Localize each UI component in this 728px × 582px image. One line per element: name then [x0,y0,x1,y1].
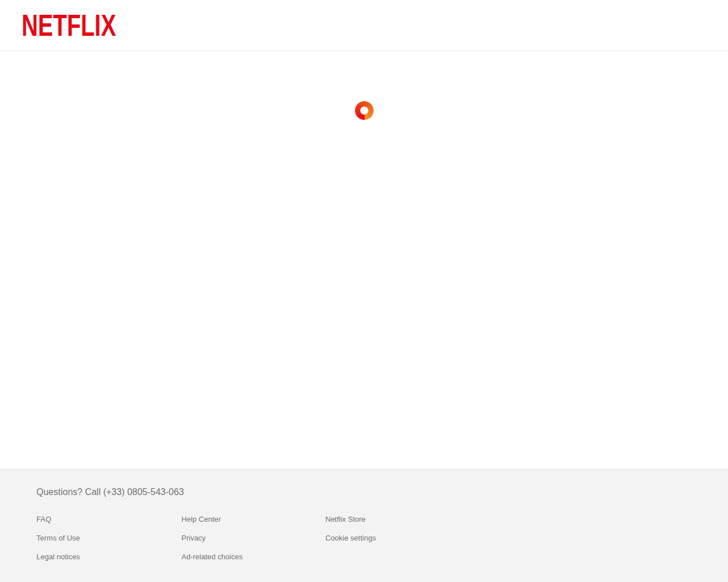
footer-link-terms-of-use[interactable]: Terms of Use [36,533,80,543]
header: NETFLIX [0,0,728,51]
netflix-logo[interactable]: NETFLIX [22,10,117,41]
loading-spinner-icon [355,101,374,120]
footer-link-ad-related-choices[interactable]: Ad-related choices [181,552,243,562]
footer: Questions? Call (+33) 0805-543-063 FAQ T… [0,469,728,582]
netflix-logo-icon: NETFLIX [22,10,117,41]
footer-link-faq[interactable]: FAQ [36,514,51,524]
footer-link-privacy[interactable]: Privacy [181,533,206,543]
netflix-logo-text: NETFLIX [22,10,116,41]
footer-link-help-center[interactable]: Help Center [181,514,221,524]
page: NETFLIX Questions? Call (+33) 0805-543-0… [0,0,728,582]
footer-link-cookie-settings[interactable]: Cookie settings [325,533,376,543]
footer-link-legal-notices[interactable]: Legal notices [36,552,80,562]
main-content [0,51,728,469]
footer-links-grid: FAQ Terms of Use Legal notices Help Cent… [36,514,692,562]
footer-link-netflix-store[interactable]: Netflix Store [325,514,366,524]
footer-questions-phone-link[interactable]: Questions? Call (+33) 0805-543-063 [36,487,184,497]
